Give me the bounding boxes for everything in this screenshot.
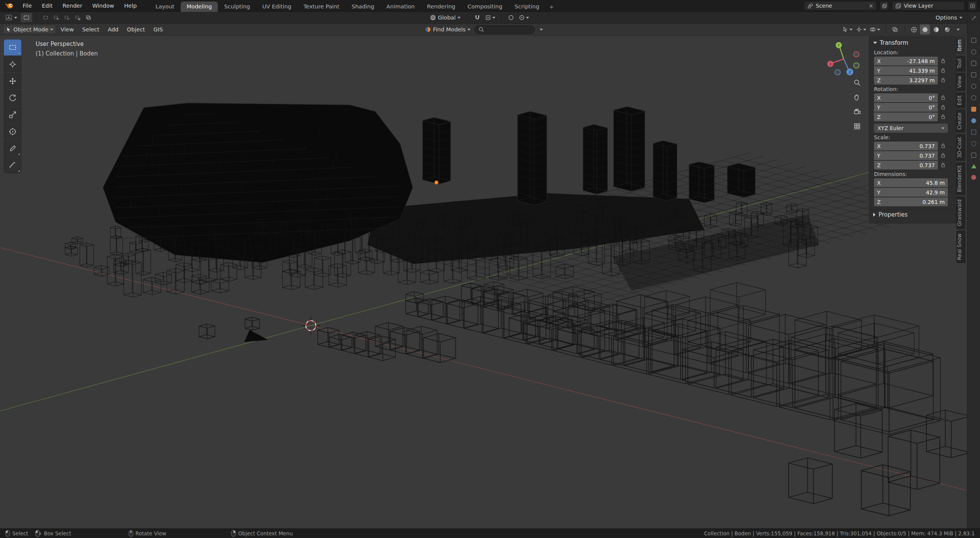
menu-add[interactable]: Add [104, 25, 122, 34]
workspace-tab-uv-editing[interactable]: UV Editing [256, 2, 297, 12]
dimensions-x-field[interactable]: X45.8 m [874, 178, 948, 187]
shading-rendered-button[interactable] [942, 24, 952, 34]
tool-rotate[interactable] [4, 90, 21, 106]
scale-x-field[interactable]: X0.737 [874, 142, 938, 150]
menu-render[interactable]: Render [57, 0, 87, 11]
select-mode-extend-button[interactable] [51, 13, 61, 23]
model-search-input[interactable] [487, 26, 529, 33]
menu-help[interactable]: Help [119, 0, 142, 11]
rotation-y-field[interactable]: Y0° [874, 103, 938, 112]
tab-particles-icon[interactable] [971, 130, 976, 135]
lock-icon[interactable] [941, 105, 945, 110]
tab-object-icon[interactable] [971, 107, 976, 112]
workspace-tab-compositing[interactable]: Compositing [461, 2, 508, 12]
workspace-tab-rendering[interactable]: Rendering [421, 2, 461, 12]
sidebar-tab-edit[interactable]: Edit [956, 92, 965, 108]
workspace-tab-animation[interactable]: Animation [380, 2, 421, 12]
active-tool-button[interactable] [20, 13, 33, 23]
viewport-3d-scene[interactable] [0, 0, 980, 538]
tab-scene-icon[interactable] [971, 84, 976, 89]
new-scene-button[interactable] [880, 1, 889, 10]
tab-physics-icon[interactable] [971, 141, 976, 146]
sidebar-tab-blenderkit[interactable]: BlenderKit [956, 162, 965, 195]
location-z-field[interactable]: Z3.2297 m [874, 76, 938, 85]
zoom-button[interactable] [851, 77, 863, 88]
editor-type-selector[interactable] [3, 13, 20, 22]
overlays-toggle[interactable] [869, 24, 881, 34]
menu-gis[interactable]: GIS [150, 25, 167, 34]
tab-render-icon[interactable] [971, 49, 976, 54]
lock-icon[interactable] [941, 68, 945, 73]
tool-box-select[interactable] [4, 39, 21, 55]
rotation-z-field[interactable]: Z0° [874, 112, 938, 121]
tool-transform[interactable] [4, 124, 21, 140]
gizmos-toggle[interactable] [855, 24, 867, 34]
workspace-tab-scripting[interactable]: Scripting [508, 2, 545, 12]
toggle-ortho-button[interactable] [851, 121, 863, 132]
unlink-scene-icon[interactable] [869, 4, 873, 8]
new-view-layer-button[interactable] [968, 1, 977, 10]
camera-view-button[interactable] [851, 106, 863, 117]
select-mode-subtract-button[interactable] [62, 13, 72, 23]
tool-measure[interactable] [4, 157, 21, 173]
menu-file[interactable]: File [18, 0, 37, 11]
workspace-tab-texture-paint[interactable]: Texture Paint [297, 2, 346, 12]
location-y-field[interactable]: Y41.339 m [874, 66, 938, 75]
options-dropdown[interactable]: Options [936, 15, 962, 21]
tab-tool-icon[interactable] [971, 38, 976, 43]
location-x-field[interactable]: X-27.148 m [874, 57, 938, 65]
navigation-gizmo[interactable]: X Y Z [823, 38, 865, 80]
select-mode-intersect-button[interactable] [83, 13, 93, 23]
tool-move[interactable] [4, 73, 21, 89]
pan-button[interactable] [851, 91, 863, 103]
tab-object-data-icon[interactable] [971, 164, 977, 168]
lock-icon[interactable] [941, 153, 945, 158]
workspace-tab-modeling[interactable]: Modeling [181, 2, 218, 12]
tool-annotate[interactable] [4, 140, 21, 157]
add-workspace-button[interactable]: + [546, 2, 558, 12]
scale-y-field[interactable]: Y0.737 [874, 151, 938, 160]
gizmo-z-neg-axis[interactable] [835, 70, 840, 75]
shading-solid-button[interactable] [920, 24, 930, 34]
tab-world-icon[interactable] [971, 95, 976, 100]
sidebar-tab-tool[interactable]: Tool [956, 55, 965, 72]
workspace-tab-layout[interactable]: Layout [149, 2, 180, 12]
tab-material-icon[interactable] [971, 175, 976, 180]
object-type-visibility-dropdown[interactable] [841, 24, 854, 34]
blender-menu-button[interactable] [0, 2, 18, 9]
tab-constraints-icon[interactable] [971, 153, 976, 158]
lock-icon[interactable] [941, 78, 945, 83]
menu-view[interactable]: View [57, 25, 77, 34]
transform-panel-header[interactable]: Transform [869, 37, 956, 48]
search-options-dropdown[interactable] [536, 24, 546, 34]
lock-icon[interactable] [941, 59, 945, 64]
tab-output-icon[interactable] [971, 61, 976, 66]
sidebar-tab-grasswald[interactable]: Grasswald [956, 196, 965, 229]
workspace-tab-sculpting[interactable]: Sculpting [218, 2, 256, 12]
scene-selector[interactable]: Scene [804, 1, 877, 10]
tab-view-layer-icon[interactable] [971, 72, 976, 77]
shading-options-dropdown[interactable] [953, 24, 963, 34]
sidebar-tab-view[interactable]: View [956, 73, 965, 91]
rotation-mode-dropdown[interactable]: XYZ Euler [874, 124, 948, 133]
shading-wireframe-button[interactable] [909, 24, 919, 34]
rotation-x-field[interactable]: X0° [874, 93, 938, 102]
transform-orientation-dropdown[interactable]: Global [428, 13, 463, 22]
sidebar-tab-real-snow[interactable]: Real Snow [956, 230, 965, 263]
scale-z-field[interactable]: Z0.737 [874, 161, 938, 170]
menu-object[interactable]: Object [123, 25, 149, 34]
sidebar-tab-create[interactable]: Create [956, 109, 965, 133]
gizmo-x-neg-axis[interactable] [854, 52, 859, 57]
snap-toggle-button[interactable] [472, 13, 482, 23]
gizmo-y-neg-axis[interactable] [854, 63, 859, 68]
dimensions-y-field[interactable]: Y42.9 m [874, 188, 948, 197]
sidebar-tab-item[interactable]: Item [956, 36, 965, 54]
model-search[interactable] [474, 25, 535, 34]
snap-settings-dropdown[interactable] [484, 13, 497, 23]
view-layer-selector[interactable]: View Layer [892, 1, 965, 10]
select-mode-invert-button[interactable] [73, 13, 83, 23]
menu-select[interactable]: Select [78, 25, 103, 34]
dimensions-z-field[interactable]: Z0.261 m [874, 197, 948, 206]
xray-toggle[interactable] [890, 24, 900, 34]
lock-icon[interactable] [941, 163, 945, 168]
